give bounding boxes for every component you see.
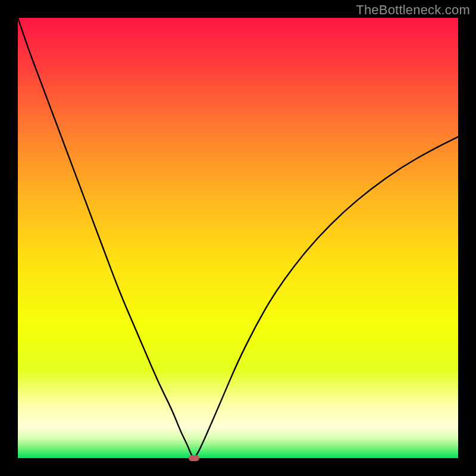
- chart-stage: TheBottleneck.com: [0, 0, 476, 476]
- watermark-text: TheBottleneck.com: [356, 2, 470, 18]
- bottleneck-curve: [18, 18, 458, 458]
- plot-area: [18, 18, 458, 458]
- optimal-point-marker: [189, 455, 199, 461]
